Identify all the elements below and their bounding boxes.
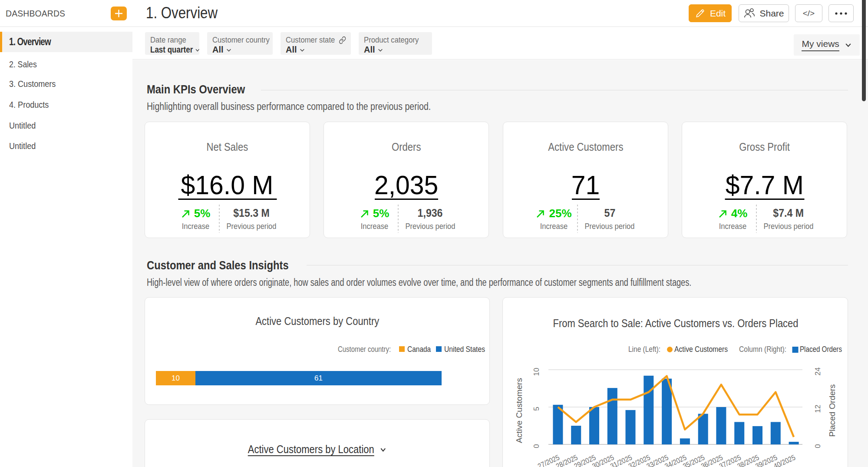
- svg-text:24: 24: [814, 368, 822, 376]
- svg-text:0: 0: [814, 444, 822, 448]
- svg-text:Column (Right):: Column (Right):: [739, 345, 786, 354]
- svg-text:Placed Orders: Placed Orders: [828, 384, 837, 437]
- svg-text:10: 10: [532, 368, 541, 376]
- svg-text:12: 12: [814, 405, 822, 413]
- svg-text:Line (Left):: Line (Left):: [628, 345, 660, 354]
- svg-text:Active Customers: Active Customers: [515, 378, 524, 443]
- svg-text:Active Customers: Active Customers: [674, 345, 728, 354]
- svg-text:0: 0: [532, 444, 541, 448]
- svg-text:5: 5: [532, 407, 541, 411]
- svg-text:Placed Orders: Placed Orders: [800, 345, 842, 354]
- svg-text:From Search to Sale: Active Cu: From Search to Sale: Active Customers vs…: [553, 317, 799, 329]
